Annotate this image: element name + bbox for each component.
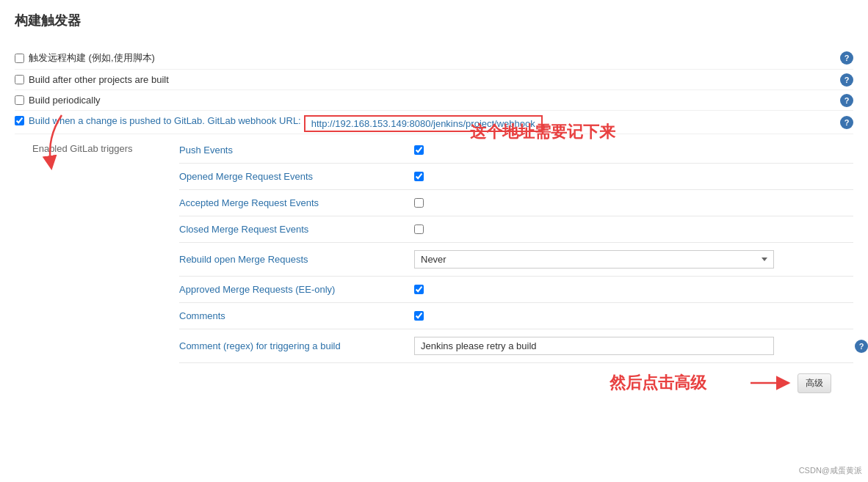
trigger-periodically-checkbox[interactable] xyxy=(15,95,24,105)
trigger-opened-mr: Opened Merge Request Events xyxy=(179,164,853,190)
accepted-mr-label: Accepted Merge Request Events xyxy=(179,197,399,208)
closed-mr-control xyxy=(414,224,424,234)
trigger-gitlab-checkbox[interactable] xyxy=(15,116,24,125)
annotation-webhook: 这个地址需要记下来 xyxy=(470,121,615,143)
help-icon-comment-regex[interactable]: ? xyxy=(855,340,868,353)
rebuild-mr-select[interactable]: Never On push to source branch On push t… xyxy=(414,250,774,269)
trigger-row-periodically: Build periodically ? xyxy=(15,90,853,111)
trigger-periodically-label[interactable]: Build periodically xyxy=(15,95,101,106)
approved-mr-checkbox[interactable] xyxy=(414,285,424,294)
comment-regex-control xyxy=(414,337,774,355)
trigger-after-other-label[interactable]: Build after other projects are built xyxy=(15,74,169,85)
help-icon-gitlab[interactable]: ? xyxy=(840,116,853,129)
comments-control xyxy=(414,311,424,321)
opened-mr-checkbox[interactable] xyxy=(414,172,424,181)
trigger-comments: Comments xyxy=(179,303,853,329)
arrow-svg xyxy=(40,115,84,174)
opened-mr-control xyxy=(414,172,424,181)
opened-mr-label: Opened Merge Request Events xyxy=(179,171,399,182)
trigger-after-other-checkbox[interactable] xyxy=(15,75,24,84)
accepted-mr-control xyxy=(414,198,424,208)
bottom-bar: 然后点击高级 高级 xyxy=(15,372,853,394)
trigger-row-gitlab: Build when a change is pushed to GitLab.… xyxy=(15,111,853,134)
help-icon-periodically[interactable]: ? xyxy=(840,94,853,107)
help-icon-after-other[interactable]: ? xyxy=(840,73,853,87)
closed-mr-checkbox[interactable] xyxy=(414,224,424,234)
help-icon-remote[interactable]: ? xyxy=(840,51,853,65)
trigger-accepted-mr: Accepted Merge Request Events xyxy=(179,190,853,216)
trigger-remote-label[interactable]: 触发远程构建 (例如,使用脚本) xyxy=(15,51,155,65)
approved-mr-control xyxy=(414,285,424,294)
gitlab-section: Enabled GitLab triggers Push Events Open… xyxy=(32,137,853,363)
page-title: 构建触发器 xyxy=(15,12,853,35)
advanced-button[interactable]: 高级 xyxy=(798,373,831,393)
comments-label: Comments xyxy=(179,310,399,321)
watermark: CSDN@咸蛋黄派 xyxy=(799,465,862,476)
trigger-remote-checkbox[interactable] xyxy=(15,54,24,63)
accepted-mr-checkbox[interactable] xyxy=(414,198,424,208)
approved-mr-label: Approved Merge Requests (EE-only) xyxy=(179,284,399,295)
trigger-row-after-other: Build after other projects are built ? xyxy=(15,70,853,90)
closed-mr-label: Closed Merge Request Events xyxy=(179,224,399,235)
trigger-rebuild-mr: Rebuild open Merge Requests Never On pus… xyxy=(179,243,853,277)
bottom-arrow-svg xyxy=(751,372,795,394)
page-container: 构建触发器 触发远程构建 (例如,使用脚本) ? Build after oth… xyxy=(0,0,868,482)
trigger-approved-mr: Approved Merge Requests (EE-only) xyxy=(179,277,853,303)
gitlab-triggers-container: Push Events Opened Merge Request Events … xyxy=(179,137,853,363)
push-events-label: Push Events xyxy=(179,145,399,156)
comment-regex-label: Comment (regex) for triggering a build xyxy=(179,340,399,351)
bottom-annotation: 然后点击高级 xyxy=(610,372,706,394)
push-events-checkbox[interactable] xyxy=(414,145,424,155)
rebuild-mr-label: Rebuild open Merge Requests xyxy=(179,254,399,265)
trigger-comment-regex: Comment (regex) for triggering a build ? xyxy=(179,329,853,363)
push-events-control xyxy=(414,145,424,155)
comments-checkbox[interactable] xyxy=(414,311,424,321)
trigger-row-remote: 触发远程构建 (例如,使用脚本) ? xyxy=(15,47,853,70)
trigger-closed-mr: Closed Merge Request Events xyxy=(179,216,853,243)
comment-regex-input[interactable] xyxy=(414,337,774,355)
rebuild-mr-control: Never On push to source branch On push t… xyxy=(414,250,774,269)
